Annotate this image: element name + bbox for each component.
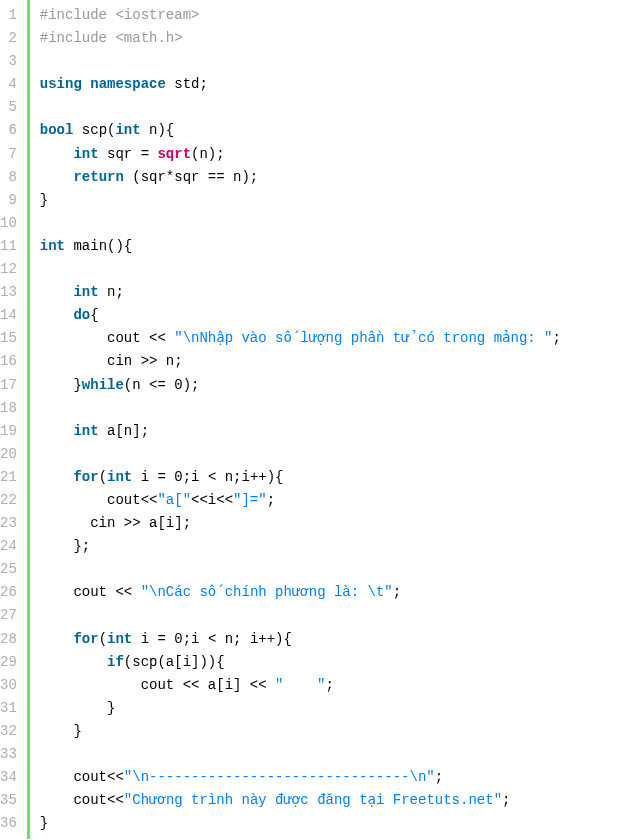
code-line: do{ [40, 304, 622, 327]
code-token: do [73, 307, 90, 323]
code-line [40, 443, 622, 466]
line-number: 9 [0, 189, 19, 212]
code-token: a[n]; [99, 423, 149, 439]
code-token: using [40, 76, 82, 92]
code-token [40, 423, 74, 439]
line-number: 26 [0, 581, 19, 604]
line-number: 10 [0, 212, 19, 235]
code-line: } [40, 189, 622, 212]
code-token: ; [325, 677, 333, 693]
line-number: 1 [0, 4, 19, 27]
code-token: "\n-------------------------------\n" [124, 769, 435, 785]
code-token: (n <= 0); [124, 377, 200, 393]
code-token: "Chương trình này được đăng tại Freetuts… [124, 792, 502, 808]
line-number: 16 [0, 350, 19, 373]
line-number: 5 [0, 96, 19, 119]
code-token: } [40, 377, 82, 393]
line-number: 22 [0, 489, 19, 512]
code-token: ( [99, 469, 107, 485]
code-token [40, 654, 107, 670]
code-token: } [40, 815, 48, 831]
line-number: 14 [0, 304, 19, 327]
code-token: #include <iostream> [40, 7, 200, 23]
line-number: 28 [0, 628, 19, 651]
code-line: } [40, 720, 622, 743]
line-number: 24 [0, 535, 19, 558]
line-number: 8 [0, 166, 19, 189]
code-line: } [40, 812, 622, 835]
code-token: sqr = [99, 146, 158, 162]
line-number: 32 [0, 720, 19, 743]
code-token: sqrt [157, 146, 191, 162]
code-token: ; [393, 584, 401, 600]
code-line: for(int i = 0;i < n;i++){ [40, 466, 622, 489]
code-line: int sqr = sqrt(n); [40, 143, 622, 166]
code-token: ; [267, 492, 275, 508]
code-line: using namespace std; [40, 73, 622, 96]
code-token: for [73, 469, 98, 485]
code-token: cout << [40, 330, 174, 346]
code-line: }while(n <= 0); [40, 374, 622, 397]
code-token [40, 169, 74, 185]
code-line: if(scp(a[i])){ [40, 651, 622, 674]
code-token: i = 0;i < n;i++){ [132, 469, 283, 485]
line-number: 34 [0, 766, 19, 789]
code-token: cin >> a[i]; [40, 515, 191, 531]
code-token [40, 146, 74, 162]
code-token: cout<< [40, 792, 124, 808]
code-token: <<i<< [191, 492, 233, 508]
line-number: 25 [0, 558, 19, 581]
code-token: ; [553, 330, 561, 346]
line-number: 11 [0, 235, 19, 258]
code-token: int [40, 238, 65, 254]
code-token: n; [99, 284, 124, 300]
code-line: for(int i = 0;i < n; i++){ [40, 628, 622, 651]
code-line: cin >> n; [40, 350, 622, 373]
code-token: cout << a[i] << [40, 677, 275, 693]
line-number: 21 [0, 466, 19, 489]
line-number: 29 [0, 651, 19, 674]
code-token [40, 307, 74, 323]
code-token: scp( [73, 122, 115, 138]
code-token: "]=" [233, 492, 267, 508]
code-line [40, 212, 622, 235]
code-line: cout<<"a["<<i<<"]="; [40, 489, 622, 512]
code-line [40, 604, 622, 627]
line-number: 33 [0, 743, 19, 766]
code-token: "\nNhập vào số lượng phần tử có trong mả… [174, 330, 552, 346]
code-line: } [40, 697, 622, 720]
code-token: }; [40, 538, 90, 554]
code-token: n){ [141, 122, 175, 138]
line-number-gutter: 1234567891011121314151617181920212223242… [0, 0, 30, 839]
line-number: 2 [0, 27, 19, 50]
code-token: if [107, 654, 124, 670]
code-line: int n; [40, 281, 622, 304]
code-line [40, 50, 622, 73]
line-number: 36 [0, 812, 19, 835]
code-token: cin >> n; [40, 353, 183, 369]
code-token: int [73, 284, 98, 300]
code-token: " " [275, 677, 325, 693]
line-number: 23 [0, 512, 19, 535]
code-line: cout << "\nCác số chính phương là: \t"; [40, 581, 622, 604]
code-token [82, 76, 90, 92]
code-token: cout<< [40, 492, 158, 508]
code-line: cin >> a[i]; [40, 512, 622, 535]
code-token [40, 631, 74, 647]
code-line: cout << "\nNhập vào số lượng phần tử có … [40, 327, 622, 350]
line-number: 18 [0, 397, 19, 420]
line-number: 17 [0, 374, 19, 397]
code-line: bool scp(int n){ [40, 119, 622, 142]
code-token [40, 469, 74, 485]
code-token: namespace [90, 76, 166, 92]
code-token: std; [166, 76, 208, 92]
line-number: 15 [0, 327, 19, 350]
code-token: (scp(a[i])){ [124, 654, 225, 670]
code-token: "\nCác số chính phương là: \t" [141, 584, 393, 600]
code-token [40, 284, 74, 300]
line-number: 20 [0, 443, 19, 466]
code-line [40, 258, 622, 281]
line-number: 31 [0, 697, 19, 720]
code-token: { [90, 307, 98, 323]
code-token: int [73, 146, 98, 162]
